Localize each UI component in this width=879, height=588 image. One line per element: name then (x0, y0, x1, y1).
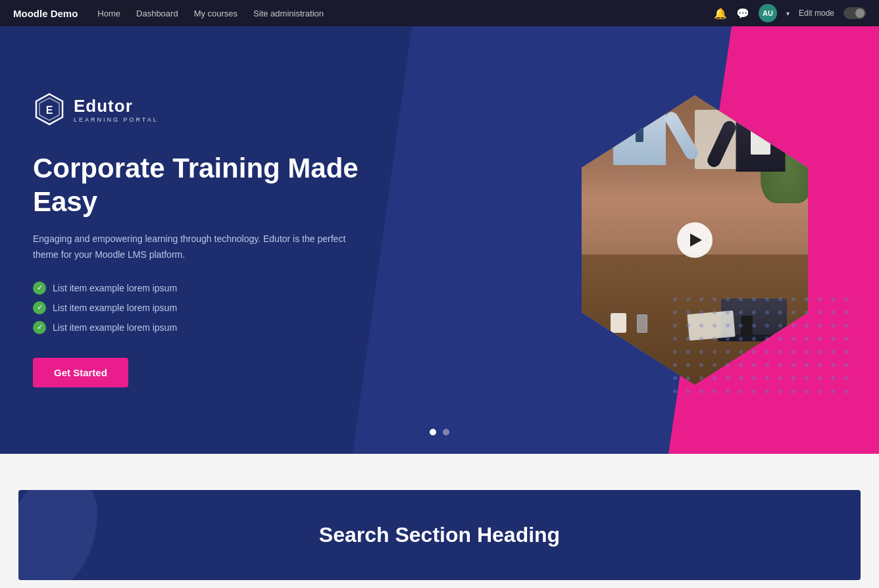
svg-point-70 (818, 350, 822, 354)
edit-mode-label: Edit mode (799, 9, 834, 18)
svg-point-77 (726, 363, 730, 367)
svg-point-54 (791, 337, 795, 341)
check-icon-3: ✓ (33, 321, 46, 334)
svg-point-59 (673, 350, 677, 354)
navbar-brand: Moodle Demo (13, 8, 78, 19)
navbar-link-site-admin[interactable]: Site administration (253, 9, 324, 18)
svg-point-48 (713, 337, 716, 341)
svg-point-50 (739, 337, 743, 341)
hero-content: E Edutor LEARNING PORTAL Corporate Train… (0, 53, 408, 426)
svg-point-62 (713, 350, 716, 354)
svg-point-10 (765, 297, 769, 301)
svg-point-64 (739, 350, 743, 354)
navbar-link-home[interactable]: Home (97, 9, 120, 18)
chat-icon[interactable]: 💬 (736, 7, 749, 20)
list-item-2: ✓ List item example lorem ipsum (33, 301, 375, 314)
svg-point-66 (765, 350, 769, 354)
svg-point-56 (818, 337, 822, 341)
svg-point-86 (844, 363, 848, 367)
svg-point-90 (713, 376, 716, 380)
navbar-link-my-courses[interactable]: My courses (194, 9, 238, 18)
svg-text:E: E (46, 105, 53, 116)
svg-point-6 (713, 297, 716, 301)
svg-point-72 (844, 350, 848, 354)
search-section-heading: Search Section Heading (32, 523, 847, 547)
carousel-dot-1[interactable] (430, 429, 436, 435)
play-button[interactable] (677, 222, 713, 258)
svg-point-111 (805, 389, 809, 393)
svg-point-15 (831, 297, 835, 301)
svg-point-12 (791, 297, 795, 301)
svg-point-31 (673, 324, 677, 328)
svg-point-19 (699, 310, 703, 314)
svg-point-93 (752, 376, 756, 380)
svg-point-74 (686, 363, 690, 367)
svg-point-79 (752, 363, 756, 367)
hero-list: ✓ List item example lorem ipsum ✓ List i… (33, 282, 375, 334)
svg-point-46 (686, 337, 690, 341)
get-started-button[interactable]: Get Started (33, 358, 128, 387)
svg-point-91 (726, 376, 730, 380)
logo-area: E Edutor LEARNING PORTAL (33, 93, 375, 126)
svg-point-7 (726, 297, 730, 301)
carousel-dots (430, 429, 449, 435)
hero-title: Corporate Training Made Easy (33, 152, 375, 218)
svg-point-58 (844, 337, 848, 341)
svg-point-84 (818, 363, 822, 367)
logo-sub: LEARNING PORTAL (74, 116, 159, 123)
list-item-3: ✓ List item example lorem ipsum (33, 321, 375, 334)
svg-point-22 (739, 310, 743, 314)
navbar: Moodle Demo Home Dashboard My courses Si… (0, 0, 879, 26)
svg-point-9 (752, 297, 756, 301)
edit-mode-toggle[interactable] (843, 7, 866, 19)
svg-point-67 (778, 350, 782, 354)
svg-point-11 (778, 297, 782, 301)
svg-point-110 (791, 389, 795, 393)
below-hero: Search Section Heading (0, 454, 879, 588)
svg-point-99 (831, 376, 835, 380)
svg-point-41 (805, 324, 809, 328)
navbar-links: Home Dashboard My courses Site administr… (97, 9, 694, 18)
svg-point-39 (778, 324, 782, 328)
hero-description: Engaging and empowering learning through… (33, 232, 362, 263)
svg-point-33 (699, 324, 703, 328)
svg-point-32 (686, 324, 690, 328)
chevron-down-icon[interactable]: ▾ (786, 10, 790, 17)
svg-point-94 (765, 376, 769, 380)
svg-point-104 (713, 389, 716, 393)
svg-point-113 (831, 389, 835, 393)
svg-point-96 (791, 376, 795, 380)
svg-point-52 (765, 337, 769, 341)
dot-pattern: // Generate dots for (let r = 0; r < 8; … (668, 293, 853, 398)
edutor-logo-icon: E (33, 93, 66, 126)
svg-point-61 (699, 350, 703, 354)
svg-point-30 (844, 310, 848, 314)
check-icon-1: ✓ (33, 282, 46, 295)
hero-image-area: // Generate dots for (let r = 0; r < 8; … (550, 82, 840, 398)
svg-point-65 (752, 350, 756, 354)
svg-point-63 (726, 350, 730, 354)
svg-point-43 (831, 324, 835, 328)
navbar-link-dashboard[interactable]: Dashboard (136, 9, 178, 18)
svg-point-17 (673, 310, 677, 314)
svg-point-8 (739, 297, 743, 301)
svg-point-47 (699, 337, 703, 341)
svg-point-18 (686, 310, 690, 314)
svg-point-108 (765, 389, 769, 393)
svg-point-80 (765, 363, 769, 367)
svg-point-85 (831, 363, 835, 367)
svg-point-34 (713, 324, 716, 328)
bell-icon[interactable]: 🔔 (714, 7, 727, 20)
search-section: Search Section Heading (18, 490, 861, 580)
svg-point-35 (726, 324, 730, 328)
carousel-dot-2[interactable] (443, 429, 449, 435)
svg-point-45 (673, 337, 677, 341)
svg-point-27 (805, 310, 809, 314)
svg-point-3 (673, 297, 677, 301)
svg-point-112 (818, 389, 822, 393)
svg-point-38 (765, 324, 769, 328)
svg-point-16 (844, 297, 848, 301)
svg-point-102 (686, 389, 690, 393)
svg-point-78 (739, 363, 743, 367)
avatar[interactable]: AU (759, 4, 777, 22)
